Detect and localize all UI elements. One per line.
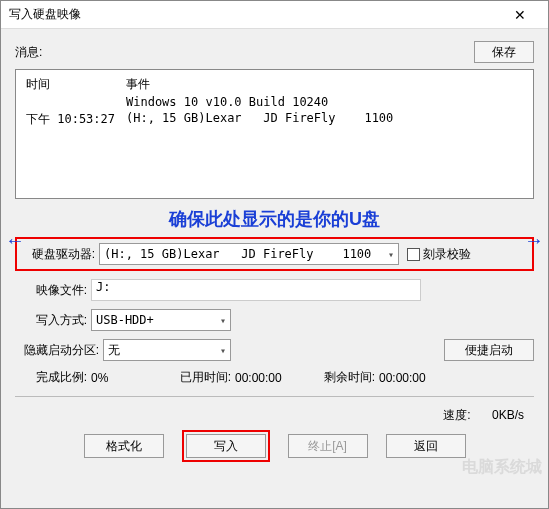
method-value: USB-HDD+	[96, 313, 154, 327]
info-row: 消息: 保存	[15, 41, 534, 63]
method-label: 写入方式:	[15, 312, 87, 329]
drive-row-highlight: 硬盘驱动器: (H:, 15 GB)Lexar JD FireFly 1100 …	[15, 237, 534, 271]
remain-label: 剩余时间:	[315, 369, 375, 386]
method-combo[interactable]: USB-HDD+ ▾	[91, 309, 231, 331]
log-event-cell: Windows 10 v10.0 Build 10240	[126, 95, 328, 109]
log-time-cell	[26, 95, 126, 109]
progress-row: 完成比例: 0% 已用时间: 00:00:00 剩余时间: 00:00:00	[15, 369, 534, 386]
annotation-text: 确保此处显示的是你的U盘	[15, 207, 534, 231]
verify-checkbox-wrap[interactable]: 刻录校验	[407, 246, 471, 263]
log-row: 下午 10:53:27 (H:, 15 GB)Lexar JD FireFly …	[26, 111, 523, 128]
arrow-left-icon: ←	[5, 229, 25, 252]
titlebar: 写入硬盘映像 ✕	[1, 1, 548, 29]
arrow-right-icon: →	[524, 229, 544, 252]
back-button[interactable]: 返回	[386, 434, 466, 458]
close-button[interactable]: ✕	[500, 2, 540, 28]
log-event-header: 事件	[126, 76, 523, 93]
log-row: Windows 10 v10.0 Build 10240	[26, 95, 523, 109]
hidden-row: 隐藏启动分区: 无 ▾ 便捷启动	[15, 339, 534, 361]
dialog-window: 写入硬盘映像 ✕ 消息: 保存 时间 事件 Windows 10 v10.0 B…	[0, 0, 549, 509]
done-value: 0%	[91, 371, 171, 385]
image-field[interactable]: J:	[91, 279, 421, 301]
drive-value: (H:, 15 GB)Lexar JD FireFly 1100	[104, 247, 371, 261]
done-label: 完成比例:	[15, 369, 87, 386]
dialog-body: 消息: 保存 时间 事件 Windows 10 v10.0 Build 1024…	[1, 29, 548, 474]
window-title: 写入硬盘映像	[9, 6, 81, 23]
log-time-header: 时间	[26, 76, 126, 93]
drive-combo[interactable]: (H:, 15 GB)Lexar JD FireFly 1100 ▾	[99, 243, 399, 265]
info-label: 消息:	[15, 44, 474, 61]
close-icon: ✕	[514, 7, 526, 23]
image-label: 映像文件:	[15, 282, 87, 299]
verify-label: 刻录校验	[423, 246, 471, 263]
stop-button: 终止[A]	[288, 434, 368, 458]
chevron-down-icon: ▾	[220, 345, 226, 356]
write-highlight: 写入	[182, 430, 270, 462]
hidden-label: 隐藏启动分区:	[15, 342, 99, 359]
elapsed-label: 已用时间:	[171, 369, 231, 386]
log-box: 时间 事件 Windows 10 v10.0 Build 10240 下午 10…	[15, 69, 534, 199]
method-row: 写入方式: USB-HDD+ ▾	[15, 309, 534, 331]
hidden-value: 无	[108, 342, 120, 359]
drive-label: 硬盘驱动器:	[23, 246, 95, 263]
format-button[interactable]: 格式化	[84, 434, 164, 458]
action-row: 格式化 写入 终止[A] 返回	[15, 430, 534, 462]
image-row: 映像文件: J:	[15, 279, 534, 301]
divider	[15, 396, 534, 397]
log-event-cell: (H:, 15 GB)Lexar JD FireFly 1100	[126, 111, 393, 128]
save-button[interactable]: 保存	[474, 41, 534, 63]
chevron-down-icon: ▾	[220, 315, 226, 326]
image-value: J:	[96, 280, 110, 294]
log-time-cell: 下午 10:53:27	[26, 111, 126, 128]
write-button[interactable]: 写入	[186, 434, 266, 458]
elapsed-value: 00:00:00	[235, 371, 315, 385]
chevron-down-icon: ▾	[388, 249, 394, 260]
boot-button[interactable]: 便捷启动	[444, 339, 534, 361]
speed-row: 速度: 0KB/s	[15, 407, 534, 424]
hidden-combo[interactable]: 无 ▾	[103, 339, 231, 361]
verify-checkbox[interactable]	[407, 248, 420, 261]
speed-label: 速度:	[421, 407, 471, 424]
speed-value: 0KB/s	[474, 408, 524, 422]
log-header: 时间 事件	[26, 76, 523, 93]
remain-value: 00:00:00	[379, 371, 449, 385]
